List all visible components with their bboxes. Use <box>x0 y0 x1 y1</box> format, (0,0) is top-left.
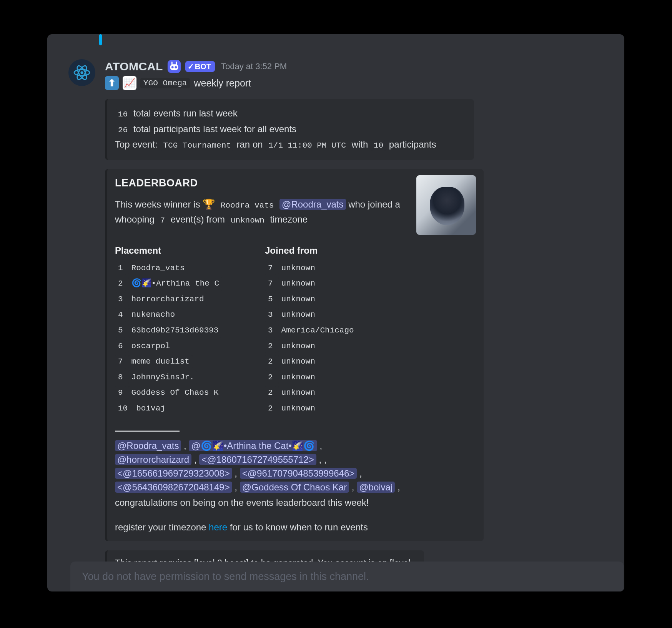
placement-rank: 7 <box>115 355 126 369</box>
up-arrow-icon: ⬆ <box>105 76 119 90</box>
author-avatar[interactable] <box>68 59 95 86</box>
svg-point-3 <box>80 71 83 74</box>
stat-events: 16 total events run last week <box>115 106 466 121</box>
joined-count: 7 <box>265 277 276 291</box>
separator-text: , <box>232 482 240 492</box>
joined-tz: unknown <box>278 277 318 291</box>
placement-name: meme duelist <box>128 355 193 369</box>
placement-rank: 3 <box>115 292 126 307</box>
input-placeholder: You do not have permission to send messa… <box>82 571 369 583</box>
joined-count: 3 <box>265 308 276 322</box>
placement-name: oscarpol <box>128 339 173 354</box>
placement-row: 7meme duelist <box>115 355 265 369</box>
part-suffix: participants <box>386 139 436 150</box>
stats-embed: 16 total events run last week 26 total p… <box>105 99 474 160</box>
author-name[interactable]: ATOMCAL <box>105 60 163 73</box>
lb-intro-suffix: timezone <box>268 214 308 224</box>
register-line: register your timezone here for us to kn… <box>115 520 476 534</box>
lb-eventcount: 7 <box>157 215 168 226</box>
joined-tz: unknown <box>278 292 318 307</box>
joined-row: 2unknown <box>265 355 415 369</box>
placement-name: 🌀🌠•Arthina the C <box>128 277 222 291</box>
report-suffix: weekly report <box>194 78 251 89</box>
joined-tz: America/Chicago <box>278 324 357 338</box>
placement-name: 63bcd9b27513d69393 <box>128 324 222 338</box>
congrats-text: congratulations on being on the events l… <box>115 496 476 510</box>
chart-icon: 📈 <box>123 76 136 90</box>
top-event-date: 1/1 11:00 PM UTC <box>265 140 349 151</box>
discord-window: ATOMCAL ✓ BOT Today at 3:52 PM <box>47 34 624 591</box>
joined-tz: unknown <box>278 261 318 276</box>
winner-mention[interactable]: @Roodra_vats <box>279 199 346 210</box>
placement-name: nukenacho <box>128 308 178 322</box>
joined-column: Joined from 7unknown7unknown5unknown3unk… <box>265 243 415 417</box>
joined-count: 7 <box>265 261 276 276</box>
lb-tz: unknown <box>228 215 268 226</box>
message: ATOMCAL ✓ BOT Today at 3:52 PM <box>68 59 601 591</box>
joined-tz: unknown <box>278 308 318 322</box>
register-link[interactable]: here <box>209 522 227 532</box>
bot-avatar-icon <box>167 59 181 74</box>
user-mention[interactable]: <@564360982672048149> <box>115 482 232 493</box>
user-mention[interactable]: @boivaj <box>357 482 395 493</box>
placement-name: Goddess Of Chaos K <box>128 386 222 400</box>
placement-rank: 10 <box>115 402 131 416</box>
joined-tz: unknown <box>278 386 318 400</box>
message-input-disabled: You do not have permission to send messa… <box>70 562 624 591</box>
with-text: with <box>349 139 371 150</box>
placement-row: 4nukenacho <box>115 308 265 322</box>
top-event-prefix: Top event: <box>115 139 160 150</box>
separator-text: , <box>349 482 357 492</box>
leaderboard-thumbnail[interactable] <box>416 175 476 235</box>
user-mention[interactable]: @horrorcharizard <box>115 454 191 465</box>
placement-row: 3horrorcharizard <box>115 292 265 307</box>
placement-row: 1Roodra_vats <box>115 261 265 276</box>
reply-indicator <box>99 34 102 45</box>
lb-intro-prefix: This weeks winner is <box>115 199 203 209</box>
user-mention[interactable]: <@165661969729323008> <box>115 468 232 479</box>
separator-text: , <box>232 468 240 478</box>
stat-participants: 26 total participants last week for all … <box>115 122 466 137</box>
joined-row: 2unknown <box>265 370 415 385</box>
stat-top-event: Top event: TCG Tournament ran on 1/1 11:… <box>115 137 466 152</box>
svg-point-6 <box>171 66 174 68</box>
leaderboard-intro: This weeks winner is 🏆 Roodra_vats @Rood… <box>115 196 409 227</box>
bot-tag-text: BOT <box>195 62 211 71</box>
participants-label: total participants last week for all eve… <box>131 124 296 134</box>
trophy-icon: 🏆 <box>203 198 215 210</box>
joined-row: 7unknown <box>265 277 415 291</box>
user-mention[interactable]: @Goddess Of Chaos Kar <box>240 482 349 493</box>
joined-count: 2 <box>265 402 276 416</box>
joined-row: 3America/Chicago <box>265 324 415 338</box>
svg-rect-5 <box>170 64 178 70</box>
events-count: 16 <box>115 109 131 120</box>
joined-row: 2unknown <box>265 402 415 416</box>
divider: ——————— <box>115 423 476 437</box>
reg-suffix: for us to know when to run events <box>227 522 368 532</box>
message-header: ATOMCAL ✓ BOT Today at 3:52 PM <box>105 59 601 74</box>
joined-count: 5 <box>265 292 276 307</box>
joined-tz: unknown <box>278 355 318 369</box>
placement-rank: 4 <box>115 308 126 322</box>
placement-rank: 1 <box>115 261 126 276</box>
participants-count: 26 <box>115 125 131 135</box>
joined-row: 7unknown <box>265 261 415 276</box>
leaderboard-columns: Placement 1Roodra_vats2🌀🌠•Arthina the C3… <box>115 243 476 417</box>
message-title: ⬆ 📈 YGO Omega weekly report <box>105 76 601 90</box>
leaderboard-embed: LEADERBOARD This weeks winner is 🏆 Roodr… <box>105 169 484 542</box>
placement-rank: 5 <box>115 324 126 338</box>
user-mention[interactable]: <@186071672749555712> <box>199 454 316 465</box>
placement-name: Roodra_vats <box>128 261 188 276</box>
placement-row: 8JohnnySinsJr. <box>115 370 265 385</box>
user-mention[interactable]: @🌀🌠•Arthina the Cat•🌠🌀 <box>189 440 317 451</box>
top-event-name: TCG Tournament <box>160 140 234 151</box>
placement-name: boivaj <box>133 402 168 416</box>
joined-row: 2unknown <box>265 339 415 354</box>
user-mention[interactable]: @Roodra_vats <box>115 440 181 451</box>
joined-tz: unknown <box>278 402 318 416</box>
winner-code: Roodra_vats <box>218 200 277 211</box>
user-mention[interactable]: <@961707904853999646> <box>240 468 357 479</box>
placement-row: 9Goddess Of Chaos K <box>115 386 265 400</box>
placement-row: 6oscarpol <box>115 339 265 354</box>
verified-check-icon: ✓ <box>188 62 194 71</box>
